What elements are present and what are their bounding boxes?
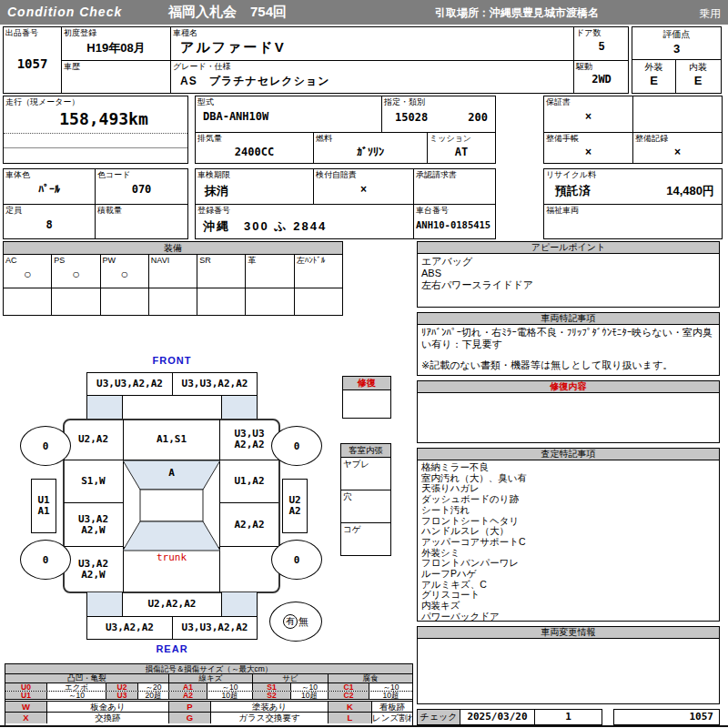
maintenance-record-value: × [633,146,722,158]
legend-code: A2 [168,692,207,699]
change-info-title: 車両変更情報 [418,627,719,639]
first-reg-value: H19年08月 [62,40,170,56]
score-label: 評価点 [632,29,721,39]
interior-row-hole: 穴 [341,490,390,523]
damage-diagram: FRONT U3,U3,A2,A2 U3,U3,A2,A2 U2,A2 A1,S… [0,350,419,664]
legend-mark-desc: レンズ割れ [371,713,412,723]
legend-group-rust: サビ [252,674,328,682]
equipment-label: PW [103,256,116,265]
rear-window-shape [123,521,220,551]
drive-cell: 駆動 2WD [574,61,629,93]
legend-mark-desc: ガラス交換要す [210,713,328,723]
transmission-value: AT [428,146,495,158]
grade-cell: グレード・仕様 AS プラチナセレクション [171,61,574,93]
pickup-location: 引取場所：沖縄県豊見城市渡橋名 [435,5,599,21]
appeal-line: 左右パワースライドドア [421,279,715,291]
score-table: 評価点 3 外装 E 内装 E [632,26,722,94]
reg-no-value: 沖縄 300 ふ 2844 [196,218,413,235]
vehicle-category: 乗用 [699,6,721,22]
exterior-grade-value: E [632,74,675,87]
model-name: アルファードV [171,39,573,56]
equipment-cell-lhd: 左ﾊﾝﾄﾞﾙ [294,255,342,288]
legend-code: U3 [106,692,137,699]
wheel-front-left: 0 [20,426,71,466]
check-label: チェック [417,709,460,725]
legend-size: 10超 [290,692,328,699]
interior-grade-value: E [676,74,720,87]
doors-label: ドア数 [576,28,601,37]
legend-mark-code: G [168,713,210,723]
legend-mark-code: K [328,702,371,712]
equipment-row: AC ○ PS ○ PW ○ NAVI SR 革 [4,255,342,288]
presence-oval: 有 無 [269,602,322,642]
model-code-label: 型式 [197,97,214,106]
interior-grade-cell: 内装 E [676,60,720,93]
displacement-value: 2400CC [196,146,313,158]
legend-mark-desc: 看板跡 [371,702,412,712]
lot-label: 出品番号 [5,28,38,37]
equipment-table: 装備 AC ○ PS ○ PW ○ NAVI SR 革 [3,241,343,316]
panel-front-bumper-left: U3,U3,A2,A2 [87,373,172,395]
legend-size: ～10 [369,683,412,691]
warranty-value: × [544,110,632,123]
legend-code: S1 [252,683,290,691]
lot-cell: 出品番号 1057 [4,27,62,93]
front-corner-right [221,396,258,420]
interior-lining-box: 客室内張 ヤブレ 穴 コゲ [340,443,391,556]
spec-table: 型式 DBA-ANH10W 指定・類別 15028 200 排気量 2400CC… [195,96,496,164]
wheel-rear-left: 0 [20,540,71,580]
equipment-label: SR [199,256,211,265]
inspection-cell: 車検期限 抹消 [196,169,314,205]
legend-size: ～10 [207,683,252,691]
first-reg-cell: 初度登録 H19年08月 [62,27,171,61]
score-cell: 評価点 3 [632,27,721,60]
equipment-label: AC [5,256,17,265]
load-label: 積載量 [97,206,122,215]
transmission-label: ミッション [430,134,471,143]
info-table: 出品番号 1057 初度登録 H19年08月 車種名 アルファードV ドア数 5… [3,26,629,94]
legend-size: ～20 [137,683,168,691]
load-cell: 積載量 [96,205,187,238]
drive-value: 2WD [574,73,629,86]
class-no1: 15028 [395,111,428,124]
legend-code: U0 [5,683,46,691]
model-cell: 車種名 アルファードV [171,27,574,61]
legend-size: 20超 [137,692,168,699]
legend-mark-desc: 塗装あり [210,702,328,712]
body-color-value: ﾊﾟｰﾙ [4,183,95,196]
assessment-title: 査定特記事項 [418,449,719,460]
panel-rear-bumper-left: U3,A2,A2 [87,617,172,639]
equipment-label: 左ﾊﾝﾄﾞﾙ [297,256,326,265]
check-date: 2025/03/20 [460,709,535,725]
legend-table: 損傷記号＆損傷サイズ（～最大cm） 凸凹・亀裂 線キズ サビ 腐食 U0 エクボ… [5,663,413,726]
grade-label: グレード・仕様 [173,62,231,71]
approval-label: 承認請求書 [416,170,457,179]
maintenance-book-label: 整備手帳 [546,134,579,143]
panel-fender-front-left: U2,A2 [64,420,124,460]
mileage-divider-solid [4,147,187,148]
chassis-value: ANH10-0185415 [414,219,495,230]
wheel-front-right: 0 [271,426,322,466]
mileage-box: 走行（現メーター） 158,493km [3,96,188,164]
legend-mark-code: P [168,702,210,712]
equipment-title: 装備 [4,242,342,255]
equipment-cell-leather: 革 [245,255,293,288]
equipment-label: 革 [248,256,256,265]
notes-title: 車両特記事項 [418,313,719,325]
history-label: 車歴 [64,62,80,71]
fuel-cell: 燃料 ｶﾞｿﾘﾝ [314,133,428,163]
assessment-item: シート汚れ [421,505,715,516]
roof-shape [140,490,203,521]
welfare-cell: 福祉車両 [544,205,722,238]
fuel-label: 燃料 [316,134,332,143]
legend-mark-code: W [5,702,46,712]
legend-group-dent: 凸凹・亀裂 [5,674,168,682]
assessment-item: アッパーコアサポートC [421,537,715,548]
panel-front-bumper-right: U3,U3,A2,A2 [172,373,257,395]
assessment-item: ルーフPハゲ [421,569,715,580]
maintenance-book-cell: 整備手帳 × [544,133,633,163]
legend-size: ～10 [290,683,328,691]
legend-size: ～10 [46,692,106,699]
chassis-cell: 車台番号 ANH10-0185415 [414,205,495,238]
color-table: 車体色 ﾊﾟｰﾙ 色コード 070 定員 8 積載量 [3,168,188,239]
